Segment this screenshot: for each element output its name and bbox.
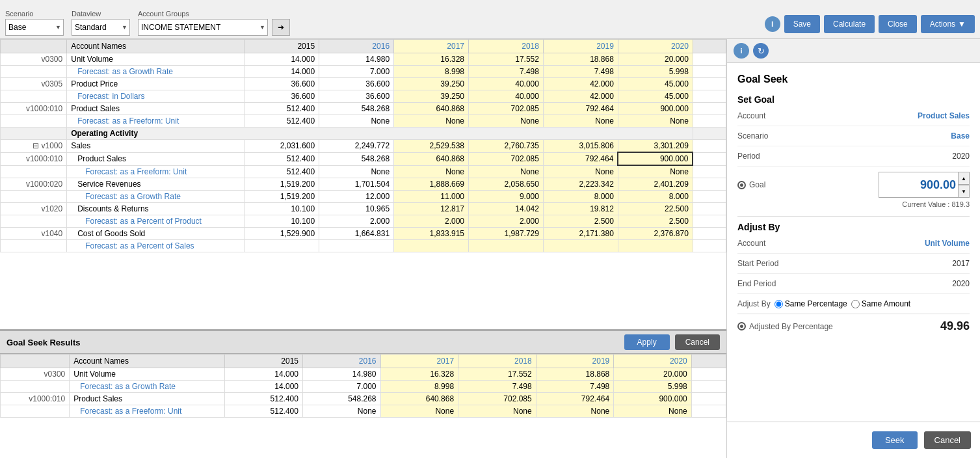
row-forecast[interactable]: Forecast: as a Growth Rate [70, 381, 225, 393]
row-forecast[interactable]: Forecast: as a Freeform: Unit [67, 165, 245, 178]
cell-2017[interactable]: 1,888.669 [394, 178, 469, 191]
cell-2019[interactable]: 2.500 [543, 215, 618, 228]
cell-2019[interactable]: 18.868 [536, 368, 614, 381]
cell-2016[interactable]: 10.965 [319, 203, 394, 215]
row-name[interactable]: Product Price [67, 78, 245, 90]
cell-2017[interactable]: 2.000 [394, 215, 469, 228]
cell-2019[interactable]: None [543, 115, 618, 128]
cell-2019[interactable]: 792.464 [536, 393, 614, 405]
cell-2020-selected[interactable]: 900.000 [618, 152, 693, 165]
row-name[interactable]: Discounts & Returns [67, 203, 245, 215]
cell-2019[interactable]: 792.464 [543, 152, 618, 165]
cell-2016[interactable]: 2,249.772 [319, 140, 394, 153]
row-name[interactable]: Cost of Goods Sold [67, 228, 245, 240]
scenario-select[interactable]: Base [5, 19, 64, 36]
cell-2018[interactable]: 17.552 [458, 368, 536, 381]
cell-2015[interactable]: 512.400 [245, 115, 319, 128]
cell-2018[interactable] [469, 240, 544, 252]
cell-2015[interactable]: 36.600 [245, 90, 319, 103]
cell-2018[interactable]: None [469, 165, 544, 178]
navigate-arrow-button[interactable]: ➜ [272, 19, 290, 36]
cell-2017[interactable]: 1,833.915 [394, 228, 469, 240]
cell-2018[interactable]: 40.000 [469, 78, 544, 90]
cell-2018[interactable]: None [458, 405, 536, 418]
cell-2018[interactable]: 9.000 [469, 191, 544, 203]
cell-2016[interactable]: 2.000 [319, 215, 394, 228]
cell-2017[interactable]: None [380, 405, 458, 418]
top-grid-scroll[interactable]: Account Names 2015 2016 2017 2018 2019 2… [0, 39, 726, 329]
row-name[interactable]: Unit Volume [70, 368, 225, 381]
cell-2016[interactable]: 1,664.831 [319, 228, 394, 240]
cell-2016[interactable]: 548.268 [319, 103, 394, 115]
account-groups-select[interactable]: INCOME STATEMENT [138, 19, 268, 36]
cell-2020[interactable]: 22.500 [618, 203, 693, 215]
cell-2019[interactable]: 7.498 [543, 66, 618, 78]
same-amount-label[interactable]: Same Amount [851, 299, 910, 308]
cell-2017[interactable]: 11.000 [394, 191, 469, 203]
cell-2015[interactable]: 10.100 [245, 203, 319, 215]
cell-2019[interactable]: 8.000 [543, 191, 618, 203]
cell-2017[interactable]: 39.250 [394, 90, 469, 103]
row-forecast[interactable]: Forecast: in Dollars [67, 90, 245, 103]
cell-2016[interactable]: 14.980 [319, 53, 394, 66]
cell-2017[interactable]: 8.998 [380, 381, 458, 393]
cell-2016[interactable]: 7.000 [319, 66, 394, 78]
cell-2018[interactable]: 702.085 [469, 103, 544, 115]
row-forecast[interactable]: Forecast: as a Growth Rate [67, 66, 245, 78]
cell-2017[interactable]: 640.868 [380, 393, 458, 405]
goal-spinner-down[interactable]: ▼ [958, 185, 970, 198]
cell-2018[interactable]: 7.498 [469, 66, 544, 78]
cell-2018[interactable]: 702.085 [469, 152, 544, 165]
cell-2016[interactable]: None [319, 115, 394, 128]
cell-2017[interactable]: 16.328 [380, 368, 458, 381]
cell-2015[interactable]: 14.000 [245, 53, 319, 66]
info-icon-circle[interactable]: i [734, 43, 749, 59]
cell-2015[interactable] [245, 240, 319, 252]
row-name[interactable]: Sales [67, 140, 245, 153]
cell-2016[interactable]: 548.268 [302, 393, 380, 405]
cell-2020[interactable]: 3,301.209 [618, 140, 693, 153]
cell-2018[interactable]: 702.085 [458, 393, 536, 405]
cell-2016[interactable]: 36.600 [319, 90, 394, 103]
cell-2019[interactable]: 42.000 [543, 78, 618, 90]
cell-2015[interactable]: 14.000 [225, 368, 303, 381]
cell-2017[interactable]: None [394, 165, 469, 178]
refresh-icon-circle[interactable]: ↻ [753, 43, 769, 59]
cell-2020[interactable]: 2.500 [618, 215, 693, 228]
cell-2018[interactable]: 2.000 [469, 215, 544, 228]
goal-spinner-up[interactable]: ▲ [958, 172, 970, 185]
apply-button[interactable]: Apply [624, 334, 670, 350]
cell-2016[interactable]: 14.980 [302, 368, 380, 381]
cell-2019[interactable]: 18.868 [543, 53, 618, 66]
cell-2015[interactable]: 512.400 [245, 165, 319, 178]
cell-2019[interactable] [543, 240, 618, 252]
cell-2016[interactable]: 36.600 [319, 78, 394, 90]
cell-2020[interactable]: None [618, 165, 693, 178]
cell-2015[interactable]: 1,529.900 [245, 228, 319, 240]
cell-2018[interactable]: None [469, 115, 544, 128]
cell-2019[interactable]: 3,015.806 [543, 140, 618, 153]
seek-button[interactable]: Seek [872, 431, 918, 449]
cell-2017[interactable]: 640.868 [394, 152, 469, 165]
cell-2015[interactable]: 14.000 [245, 66, 319, 78]
cell-2017[interactable]: 39.250 [394, 78, 469, 90]
cell-2019[interactable]: 2,223.342 [543, 178, 618, 191]
goal-input[interactable] [879, 172, 970, 198]
cell-2020[interactable]: None [618, 115, 693, 128]
cell-2020[interactable]: 900.000 [618, 103, 693, 115]
cell-2015[interactable]: 1,519.200 [245, 178, 319, 191]
row-forecast[interactable]: Forecast: as a Percent of Sales [67, 240, 245, 252]
cell-2016[interactable]: None [319, 165, 394, 178]
dataview-select[interactable]: Standard [72, 19, 130, 36]
cell-2016[interactable]: 548.268 [319, 152, 394, 165]
cell-2018[interactable]: 14.042 [469, 203, 544, 215]
cell-2019[interactable]: None [543, 165, 618, 178]
cell-2015[interactable]: 512.400 [245, 152, 319, 165]
cancel-results-button[interactable]: Cancel [675, 334, 720, 350]
row-name[interactable]: Unit Volume [67, 53, 245, 66]
row-forecast[interactable]: Forecast: as a Freeform: Unit [70, 405, 225, 418]
cell-2018[interactable]: 40.000 [469, 90, 544, 103]
cell-2017[interactable]: 16.328 [394, 53, 469, 66]
cell-2019[interactable]: 19.812 [543, 203, 618, 215]
cell-2020[interactable]: 45.000 [618, 90, 693, 103]
